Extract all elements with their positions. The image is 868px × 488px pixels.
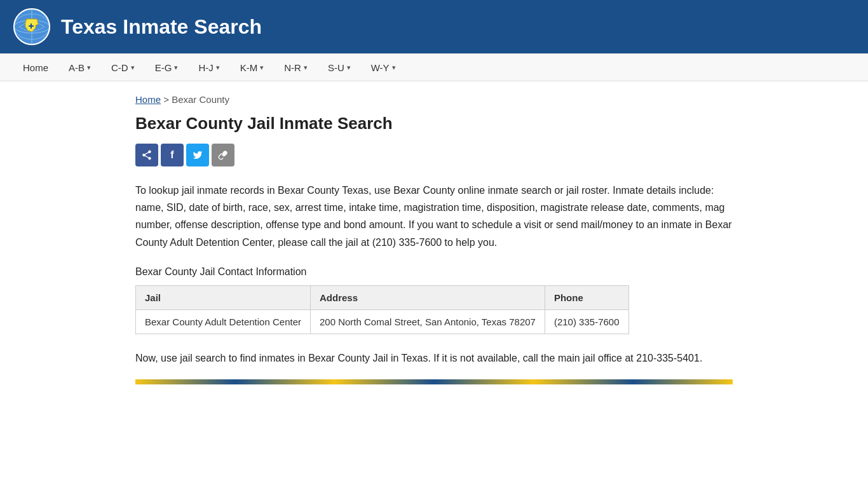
site-header: Texas Inmate Search bbox=[0, 0, 868, 53]
bottom-decorative-bar bbox=[135, 379, 733, 384]
table-cell-phone: (210) 335-7600 bbox=[545, 309, 628, 334]
share-button[interactable] bbox=[135, 144, 158, 166]
nav-nr-caret: ▾ bbox=[304, 64, 308, 72]
table-cell-jail: Bexar County Adult Detention Center bbox=[136, 309, 311, 334]
nav-hj[interactable]: H-J ▾ bbox=[188, 56, 229, 79]
main-content: Home > Bexar County Bexar County Jail In… bbox=[123, 81, 745, 410]
table-header-phone: Phone bbox=[545, 285, 628, 309]
twitter-button[interactable] bbox=[186, 144, 209, 166]
table-header-address: Address bbox=[310, 285, 545, 309]
nav-eg-caret: ▾ bbox=[174, 64, 178, 72]
nav-su-caret: ▾ bbox=[347, 64, 351, 72]
contact-table: Jail Address Phone Bexar County Adult De… bbox=[135, 285, 629, 334]
facebook-button[interactable]: f bbox=[161, 144, 184, 166]
nav-km[interactable]: K-M ▾ bbox=[230, 56, 275, 79]
nav-cd[interactable]: C-D ▾ bbox=[101, 56, 145, 79]
nav-eg[interactable]: E-G ▾ bbox=[145, 56, 189, 79]
table-cell-address: 200 North Comal Street, San Antonio, Tex… bbox=[310, 309, 545, 334]
nav-cd-caret: ▾ bbox=[131, 64, 135, 72]
nav-nr[interactable]: N-R ▾ bbox=[274, 56, 318, 79]
breadcrumb-current: Bexar County bbox=[172, 94, 229, 105]
nav-ab-caret: ▾ bbox=[87, 64, 91, 72]
table-header-jail: Jail bbox=[136, 285, 311, 309]
description-text: To lookup jail inmate records in Bexar C… bbox=[135, 182, 733, 251]
copy-link-button[interactable] bbox=[212, 144, 234, 166]
breadcrumb-home-link[interactable]: Home bbox=[135, 94, 161, 105]
site-title: Texas Inmate Search bbox=[61, 15, 262, 39]
nav-wy[interactable]: W-Y ▾ bbox=[361, 56, 406, 79]
nav-hj-caret: ▾ bbox=[216, 64, 220, 72]
breadcrumb: Home > Bexar County bbox=[135, 94, 733, 105]
nav-wy-caret: ▾ bbox=[392, 64, 396, 72]
breadcrumb-separator: > bbox=[163, 94, 172, 105]
page-title: Bexar County Jail Inmate Search bbox=[135, 114, 733, 133]
nav-km-caret: ▾ bbox=[260, 64, 264, 72]
nav-su[interactable]: S-U ▾ bbox=[318, 56, 361, 79]
footer-paragraph: Now, use jail search to find inmates in … bbox=[135, 349, 733, 367]
table-row: Bexar County Adult Detention Center 200 … bbox=[136, 309, 629, 334]
site-logo bbox=[13, 8, 51, 46]
main-nav: Home A-B ▾ C-D ▾ E-G ▾ H-J ▾ K-M ▾ N-R ▾… bbox=[0, 53, 868, 81]
nav-ab[interactable]: A-B ▾ bbox=[58, 56, 101, 79]
nav-home[interactable]: Home bbox=[13, 56, 58, 79]
contact-heading: Bexar County Jail Contact Information bbox=[135, 266, 733, 278]
social-share-bar: f bbox=[135, 144, 733, 166]
